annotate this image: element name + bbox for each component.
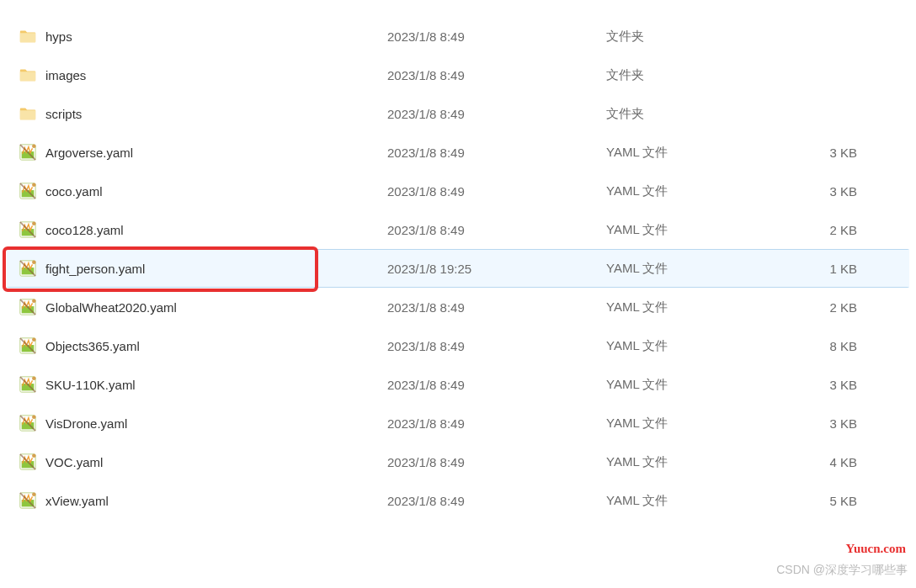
col-date: 2023/1/8 8:49 bbox=[387, 107, 606, 121]
col-name: Objects365.yaml bbox=[8, 336, 387, 355]
col-name: images bbox=[8, 66, 387, 84]
col-type: YAML 文件 bbox=[606, 493, 808, 509]
col-type: 文件夹 bbox=[606, 29, 808, 45]
yaml-file-icon bbox=[19, 375, 37, 394]
svg-point-17 bbox=[32, 337, 36, 342]
col-size: 3 KB bbox=[808, 146, 908, 160]
yaml-file-icon bbox=[19, 182, 37, 200]
col-type: YAML 文件 bbox=[606, 338, 808, 354]
file-name: Argoverse.yaml bbox=[45, 146, 133, 160]
col-size: 2 KB bbox=[808, 300, 908, 315]
col-name: hyps bbox=[8, 27, 387, 45]
col-date: 2023/1/8 8:49 bbox=[387, 223, 606, 237]
svg-point-11 bbox=[32, 260, 36, 264]
file-row[interactable]: xView.yaml2023/1/8 8:49YAML 文件5 KB bbox=[7, 481, 909, 520]
file-list: hyps2023/1/8 8:49文件夹images2023/1/8 8:49文… bbox=[0, 0, 916, 520]
yaml-file-icon bbox=[19, 491, 37, 510]
col-size: 5 KB bbox=[808, 494, 908, 508]
col-name: Argoverse.yaml bbox=[8, 143, 387, 162]
col-name: SKU-110K.yaml bbox=[8, 375, 387, 394]
file-name: SKU-110K.yaml bbox=[45, 378, 136, 392]
file-name: VisDrone.yaml bbox=[45, 416, 127, 431]
file-row[interactable]: images2023/1/8 8:49文件夹 bbox=[7, 56, 909, 94]
col-date: 2023/1/8 19:25 bbox=[387, 262, 606, 276]
col-size: 1 KB bbox=[808, 262, 908, 276]
col-size: 2 KB bbox=[808, 223, 908, 237]
file-row[interactable]: VOC.yaml2023/1/8 8:49YAML 文件4 KB bbox=[7, 442, 909, 481]
file-name: coco.yaml bbox=[45, 184, 103, 199]
col-name: xView.yaml bbox=[8, 491, 387, 510]
svg-point-2 bbox=[32, 144, 36, 148]
file-name: VOC.yaml bbox=[45, 455, 103, 469]
file-row[interactable]: Objects365.yaml2023/1/8 8:49YAML 文件8 KB bbox=[7, 326, 909, 365]
svg-point-14 bbox=[32, 299, 36, 303]
file-row[interactable]: scripts2023/1/8 8:49文件夹 bbox=[7, 94, 909, 133]
col-type: YAML 文件 bbox=[606, 377, 808, 393]
col-size: 3 KB bbox=[808, 416, 908, 431]
col-type: YAML 文件 bbox=[606, 261, 808, 277]
col-type: YAML 文件 bbox=[606, 454, 808, 470]
file-name: images bbox=[45, 68, 86, 82]
svg-point-26 bbox=[32, 453, 36, 458]
col-name: coco128.yaml bbox=[8, 220, 387, 239]
col-date: 2023/1/8 8:49 bbox=[387, 68, 606, 82]
file-name: fight_person.yaml bbox=[45, 262, 145, 276]
col-name: GlobalWheat2020.yaml bbox=[8, 298, 387, 316]
col-date: 2023/1/8 8:49 bbox=[387, 416, 606, 431]
file-row[interactable]: Argoverse.yaml2023/1/8 8:49YAML 文件3 KB bbox=[7, 133, 909, 172]
col-date: 2023/1/8 8:49 bbox=[387, 455, 606, 469]
col-size: 4 KB bbox=[808, 455, 908, 469]
file-name: coco128.yaml bbox=[45, 223, 124, 237]
col-type: YAML 文件 bbox=[606, 222, 808, 238]
col-type: 文件夹 bbox=[606, 67, 808, 83]
yaml-file-icon bbox=[19, 336, 37, 355]
col-type: YAML 文件 bbox=[606, 299, 808, 315]
col-name: coco.yaml bbox=[8, 182, 387, 200]
svg-point-20 bbox=[32, 376, 36, 380]
file-row[interactable]: coco128.yaml2023/1/8 8:49YAML 文件2 KB bbox=[7, 210, 909, 249]
yaml-file-icon bbox=[19, 143, 37, 162]
col-size: 3 KB bbox=[808, 378, 908, 392]
col-date: 2023/1/8 8:49 bbox=[387, 300, 606, 315]
col-date: 2023/1/8 8:49 bbox=[387, 339, 606, 353]
col-type: 文件夹 bbox=[606, 106, 808, 122]
col-date: 2023/1/8 8:49 bbox=[387, 378, 606, 392]
col-size: 8 KB bbox=[808, 339, 908, 353]
col-type: YAML 文件 bbox=[606, 145, 808, 161]
file-row[interactable]: VisDrone.yaml2023/1/8 8:49YAML 文件3 KB bbox=[7, 404, 909, 442]
file-name: scripts bbox=[45, 107, 82, 121]
svg-point-29 bbox=[32, 492, 36, 496]
col-type: YAML 文件 bbox=[606, 416, 808, 432]
yaml-file-icon bbox=[19, 298, 37, 316]
svg-point-8 bbox=[32, 221, 36, 225]
folder-icon bbox=[19, 27, 37, 45]
file-row[interactable]: hyps2023/1/8 8:49文件夹 bbox=[7, 17, 909, 56]
file-row[interactable]: fight_person.yaml2023/1/8 19:25YAML 文件1 … bbox=[7, 249, 909, 288]
file-name: xView.yaml bbox=[45, 494, 109, 508]
file-row[interactable]: SKU-110K.yaml2023/1/8 8:49YAML 文件3 KB bbox=[7, 365, 909, 404]
watermark-credit: CSDN @深度学习哪些事 bbox=[776, 563, 908, 578]
svg-point-5 bbox=[32, 183, 36, 187]
yaml-file-icon bbox=[19, 220, 37, 239]
yaml-file-icon bbox=[19, 414, 37, 432]
file-name: hyps bbox=[45, 29, 72, 44]
col-name: VisDrone.yaml bbox=[8, 414, 387, 432]
file-row[interactable]: GlobalWheat2020.yaml2023/1/8 8:49YAML 文件… bbox=[7, 288, 909, 326]
col-date: 2023/1/8 8:49 bbox=[387, 494, 606, 508]
col-type: YAML 文件 bbox=[606, 183, 808, 199]
col-date: 2023/1/8 8:49 bbox=[387, 184, 606, 199]
col-date: 2023/1/8 8:49 bbox=[387, 29, 606, 44]
watermark-site: Yuucn.com bbox=[845, 542, 906, 556]
col-date: 2023/1/8 8:49 bbox=[387, 146, 606, 160]
col-name: scripts bbox=[8, 104, 387, 123]
folder-icon bbox=[19, 66, 37, 84]
svg-point-23 bbox=[32, 415, 36, 419]
file-row[interactable]: coco.yaml2023/1/8 8:49YAML 文件3 KB bbox=[7, 172, 909, 210]
file-name: GlobalWheat2020.yaml bbox=[45, 300, 177, 315]
yaml-file-icon bbox=[19, 453, 37, 471]
col-name: VOC.yaml bbox=[8, 453, 387, 471]
col-name: fight_person.yaml bbox=[8, 259, 387, 278]
folder-icon bbox=[19, 104, 37, 123]
yaml-file-icon bbox=[19, 259, 37, 278]
file-name: Objects365.yaml bbox=[45, 339, 140, 353]
